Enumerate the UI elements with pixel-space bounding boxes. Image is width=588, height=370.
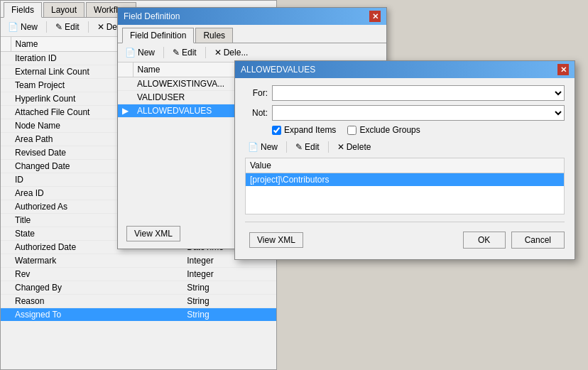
- table-row[interactable]: Changed ByString: [1, 281, 276, 295]
- fd-sep2: [205, 47, 206, 58]
- arrow-cell: [1, 308, 11, 322]
- expand-items-checkbox[interactable]: [272, 126, 281, 135]
- fd-new-button[interactable]: 📄 New: [122, 46, 158, 59]
- expand-items-item: Expand Items: [272, 125, 336, 135]
- field-type-cell: String: [183, 295, 276, 308]
- arrow-cell: [1, 146, 11, 160]
- value-column-header: Value: [246, 158, 564, 173]
- table-row[interactable]: ReasonString: [1, 295, 276, 308]
- fd-edit-button[interactable]: ✎ Edit: [170, 46, 200, 59]
- values-table: Value [project]\Contributors: [246, 158, 564, 186]
- arrow-cell: [1, 295, 11, 308]
- av-toolbar: 📄 New ✎ Edit ✕ Delete: [245, 141, 565, 158]
- arrow-cell: [1, 173, 11, 187]
- field-type-cell: String: [183, 308, 276, 322]
- values-table-wrap: Value [project]\Contributors: [245, 158, 565, 214]
- edit-icon: ✎: [55, 22, 62, 32]
- tab-rules[interactable]: Rules: [195, 28, 233, 43]
- av-close-button[interactable]: ✕: [557, 64, 569, 75]
- av-delete-button[interactable]: ✕ Delete: [334, 141, 374, 153]
- arrow-cell: [1, 160, 11, 173]
- av-cancel-button[interactable]: Cancel: [511, 232, 565, 249]
- expand-items-label: Expand Items: [284, 125, 336, 135]
- value-cell: [project]\Contributors: [246, 173, 564, 187]
- field-name-cell: Changed By: [11, 281, 183, 295]
- fd-delete-icon: ✕: [214, 48, 222, 58]
- arrow-cell: [1, 200, 11, 214]
- fd-sep1: [163, 47, 164, 58]
- field-type-cell: Integer: [183, 268, 276, 281]
- tab-fields[interactable]: Fields: [4, 2, 42, 18]
- field-def-tab-bar: Field Definition Rules: [118, 25, 386, 43]
- checkbox-row: Expand Items Exclude Groups: [272, 125, 565, 135]
- av-ok-button[interactable]: OK: [463, 232, 506, 249]
- new-icon: 📄: [8, 22, 18, 32]
- av-edit-button[interactable]: ✎ Edit: [293, 141, 322, 153]
- not-row: Not:: [245, 105, 565, 121]
- arrow-cell: [1, 119, 11, 133]
- av-sep2: [328, 141, 329, 153]
- tab-layout[interactable]: Layout: [43, 2, 85, 17]
- arrow-cell: [1, 214, 11, 227]
- arrow-col-header: [1, 37, 11, 52]
- field-def-close[interactable]: ✕: [369, 11, 381, 22]
- toolbar-separator: [46, 21, 47, 33]
- arrow-cell: [1, 268, 11, 281]
- exclude-groups-checkbox[interactable]: [347, 126, 356, 135]
- fd-new-icon: 📄: [125, 48, 136, 58]
- new-button[interactable]: 📄 New: [5, 21, 40, 33]
- exclude-groups-label: Exclude Groups: [359, 125, 420, 135]
- field-name-cell: Reason: [11, 295, 183, 308]
- av-new-button[interactable]: 📄 New: [245, 141, 281, 153]
- fd-delete-button[interactable]: ✕ Dele...: [212, 46, 251, 59]
- av-footer-left: View XML: [245, 228, 457, 252]
- av-view-xml-button[interactable]: View XML: [249, 232, 303, 248]
- rule-arrow-cell: ▶: [118, 104, 133, 118]
- rules-arrow-header: [118, 62, 133, 77]
- field-name-cell: Watermark: [11, 254, 183, 268]
- toolbar-separator2: [88, 21, 89, 33]
- arrow-cell: [1, 281, 11, 295]
- not-label: Not:: [245, 108, 268, 118]
- edit-button[interactable]: ✎ Edit: [53, 21, 82, 33]
- allowedvalues-dialog: ALLOWEDVALUES ✕ For: Not: Expand Items E…: [234, 60, 575, 260]
- arrow-cell: [1, 106, 11, 119]
- arrow-cell: [1, 52, 11, 65]
- av-titlebar: ALLOWEDVALUES ✕: [235, 61, 575, 78]
- table-row[interactable]: RevInteger: [1, 268, 276, 281]
- rule-arrow-cell: [118, 77, 133, 91]
- av-delete-icon: ✕: [337, 142, 344, 152]
- exclude-groups-item: Exclude Groups: [347, 125, 420, 135]
- field-name-cell: Assigned To: [11, 308, 183, 322]
- values-row[interactable]: [project]\Contributors: [246, 173, 564, 187]
- arrow-cell: [1, 254, 11, 268]
- arrow-cell: [1, 65, 11, 79]
- arrow-cell: [1, 187, 11, 200]
- table-row[interactable]: Assigned ToString: [1, 308, 276, 322]
- av-edit-icon: ✎: [295, 142, 303, 152]
- av-title: ALLOWEDVALUES: [241, 65, 315, 75]
- arrow-cell: [1, 133, 11, 146]
- tab-field-definition[interactable]: Field Definition: [122, 28, 194, 43]
- field-def-title: Field Definition: [124, 11, 180, 21]
- av-new-icon: 📄: [248, 142, 258, 152]
- arrow-cell: [1, 79, 11, 92]
- field-type-cell: String: [183, 281, 276, 295]
- for-select[interactable]: [272, 85, 565, 101]
- not-select[interactable]: [272, 105, 565, 121]
- delete-icon: ✕: [97, 22, 104, 32]
- fd-view-xml-button[interactable]: View XML: [126, 226, 180, 241]
- av-sep1: [286, 141, 287, 153]
- rule-arrow-cell: [118, 91, 133, 104]
- field-name-cell: Rev: [11, 268, 183, 281]
- field-def-toolbar: 📄 New ✎ Edit ✕ Dele...: [118, 43, 386, 62]
- for-row: For:: [245, 85, 565, 101]
- for-label: For:: [245, 88, 268, 98]
- field-def-titlebar: Field Definition ✕: [118, 8, 386, 25]
- arrow-cell: [1, 241, 11, 254]
- arrow-cell: [1, 227, 11, 241]
- fd-edit-icon: ✎: [173, 48, 180, 58]
- av-body: For: Not: Expand Items Exclude Groups: [235, 78, 575, 259]
- arrow-cell: [1, 92, 11, 106]
- av-footer: View XML OK Cancel: [245, 222, 565, 252]
